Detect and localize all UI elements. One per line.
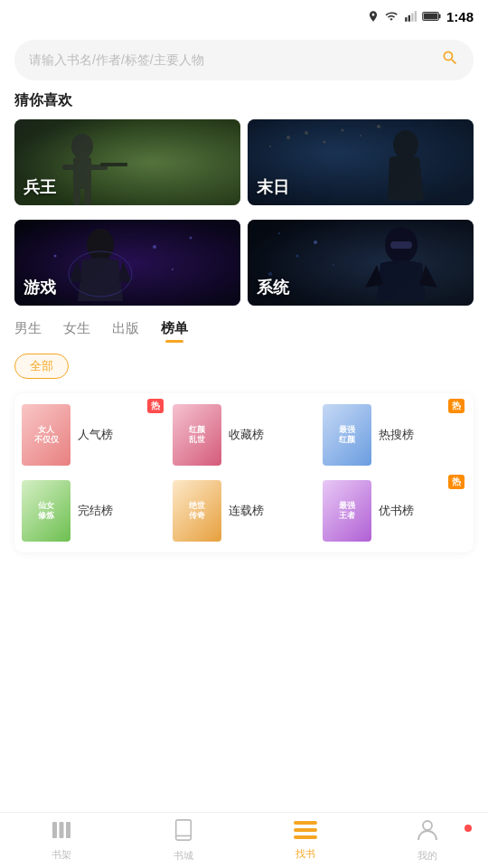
tab-publish[interactable]: 出版 — [112, 320, 139, 343]
chart-item-renqi[interactable]: 热 女人不仅仅 人气榜 — [22, 404, 165, 466]
svg-point-21 — [360, 135, 361, 137]
svg-point-28 — [172, 269, 174, 270]
svg-rect-41 — [175, 819, 191, 839]
svg-point-19 — [342, 129, 344, 132]
nav-item-shucheng[interactable]: 书城 — [122, 819, 244, 863]
nav-label-wode: 我的 — [418, 849, 437, 863]
chart-cover-lianzai: 绝世传奇 — [173, 480, 221, 542]
svg-rect-13 — [84, 189, 91, 205]
svg-point-46 — [423, 821, 432, 830]
nav-label-shucheng: 书城 — [174, 849, 193, 863]
tabs-bar: 男生 女生 出版 榜单 — [14, 320, 474, 343]
chart-item-lianzai[interactable]: 绝世传奇 连载榜 — [173, 480, 316, 542]
svg-point-22 — [377, 125, 380, 128]
svg-point-29 — [190, 237, 192, 240]
chart-item-shoucang[interactable]: 红颜乱世 收藏榜 — [173, 404, 316, 466]
nav-dot-wode — [465, 825, 472, 832]
section-title-guess: 猜你喜欢 — [14, 91, 474, 110]
svg-point-16 — [286, 136, 290, 139]
status-bar: 1:48 — [0, 0, 488, 33]
svg-point-8 — [71, 134, 93, 159]
genre-grid-row1: 兵王 末日 — [14, 119, 474, 205]
status-time: 1:48 — [446, 9, 474, 24]
chart-grid: 热 女人不仅仅 人气榜 红颜乱世 收藏榜 热 最强红颜 — [14, 393, 474, 552]
chip-all[interactable]: 全部 — [14, 354, 69, 379]
svg-point-26 — [54, 255, 57, 258]
genre-label-xitong: 系统 — [257, 277, 289, 298]
nav-item-shujia[interactable]: 书架 — [0, 820, 122, 862]
svg-rect-3 — [415, 11, 417, 22]
location-icon — [367, 10, 380, 23]
svg-point-17 — [305, 131, 308, 135]
svg-rect-6 — [424, 14, 437, 20]
svg-point-24 — [87, 229, 114, 261]
status-icons: 1:48 — [367, 9, 474, 24]
nav-item-zhaochu[interactable]: 找书 — [244, 821, 366, 861]
nav-label-shujia: 书架 — [52, 848, 71, 862]
chart-label-wanjie: 完结榜 — [78, 503, 113, 519]
svg-rect-38 — [52, 822, 57, 838]
svg-rect-12 — [73, 189, 80, 205]
hot-badge-resou: 热 — [448, 399, 465, 413]
hot-badge-youshu: 热 — [448, 475, 465, 489]
svg-point-20 — [269, 146, 271, 147]
svg-rect-11 — [100, 163, 127, 166]
svg-point-27 — [153, 245, 156, 249]
svg-rect-43 — [294, 821, 317, 825]
tab-female[interactable]: 女生 — [63, 320, 90, 343]
svg-point-15 — [393, 130, 418, 159]
svg-rect-40 — [66, 822, 70, 838]
svg-rect-39 — [59, 822, 63, 838]
battery-icon — [422, 11, 442, 22]
chart-label-shoucang: 收藏榜 — [229, 427, 264, 443]
svg-rect-0 — [405, 17, 407, 22]
tab-charts[interactable]: 榜单 — [161, 320, 188, 343]
chart-cover-shoucang: 红颜乱世 — [173, 404, 221, 466]
nav-icon-shucheng — [174, 819, 193, 846]
genre-card-youxi[interactable]: 游戏 — [14, 220, 240, 306]
chart-item-resou[interactable]: 热 最强红颜 热搜榜 — [323, 404, 466, 466]
svg-rect-5 — [438, 14, 440, 18]
svg-rect-44 — [294, 828, 317, 832]
search-bar[interactable]: 请输入书名/作者/标签/主要人物 — [14, 40, 474, 80]
filter-chips: 全部 — [14, 354, 474, 379]
nav-icon-zhaochu — [294, 821, 317, 844]
svg-rect-1 — [408, 15, 410, 22]
genre-label-mori: 末日 — [257, 176, 289, 198]
genre-card-bingwang[interactable]: 兵王 — [14, 119, 240, 205]
chart-label-youshu: 优书榜 — [379, 503, 414, 519]
signal-icon — [403, 10, 418, 23]
svg-rect-2 — [411, 14, 413, 22]
genre-card-xitong[interactable]: 系统 — [248, 220, 474, 306]
chart-label-resou: 热搜榜 — [379, 427, 414, 443]
tab-male[interactable]: 男生 — [14, 320, 42, 343]
svg-rect-9 — [73, 157, 91, 189]
svg-point-33 — [314, 241, 317, 244]
wifi-icon — [384, 10, 399, 23]
chart-item-youshu[interactable]: 热 最强王者 优书榜 — [323, 480, 466, 542]
chart-item-wanjie[interactable]: 仙女修炼 完结榜 — [22, 480, 165, 542]
chart-cover-wanjie: 仙女修炼 — [22, 480, 70, 542]
search-icon[interactable] — [441, 49, 459, 71]
genre-grid-row2: 游戏 系统 — [14, 220, 474, 306]
chart-cover-resou: 最强红颜 — [323, 404, 371, 466]
chart-label-renqi: 人气榜 — [78, 427, 113, 443]
svg-rect-45 — [294, 835, 317, 839]
svg-point-35 — [278, 232, 280, 234]
nav-label-zhaochu: 找书 — [296, 847, 315, 861]
svg-point-37 — [268, 272, 272, 276]
chart-label-lianzai: 连载榜 — [229, 503, 264, 519]
svg-point-18 — [324, 141, 326, 144]
svg-rect-32 — [390, 241, 412, 249]
nav-item-wode[interactable]: 我的 — [366, 819, 488, 863]
genre-card-mori[interactable]: 末日 — [248, 119, 474, 205]
genre-label-bingwang: 兵王 — [23, 176, 56, 198]
bottom-nav: 书架 书城 找书 我的 — [0, 812, 488, 868]
genre-label-youxi: 游戏 — [23, 277, 56, 298]
search-placeholder: 请输入书名/作者/标签/主要人物 — [29, 52, 434, 69]
nav-icon-wode — [418, 819, 437, 846]
svg-point-36 — [333, 264, 334, 266]
chart-cover-renqi: 女人不仅仅 — [22, 404, 70, 466]
svg-point-34 — [296, 255, 299, 258]
hot-badge-renqi: 热 — [147, 399, 164, 413]
